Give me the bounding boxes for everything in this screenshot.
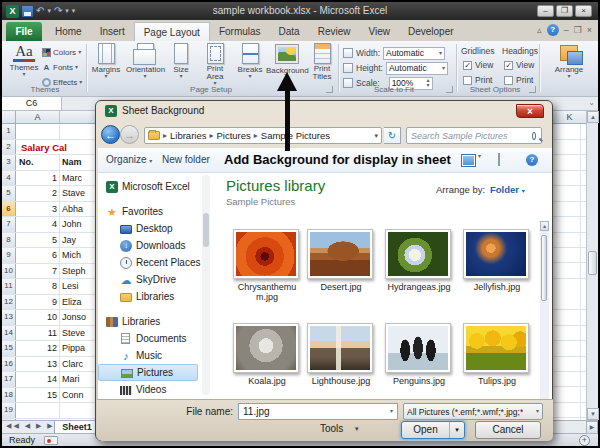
nav-item-libraries-favorite[interactable]: Libraries xyxy=(98,288,202,305)
tab-review[interactable]: Review xyxy=(309,22,360,41)
gridlines-view-checkbox[interactable]: ✓View xyxy=(463,60,493,70)
row-header[interactable]: 1 xyxy=(2,124,16,139)
tab-home[interactable]: Home xyxy=(46,22,91,41)
theme-colors-button[interactable]: Colors▾ xyxy=(42,45,88,59)
row-header[interactable]: 5 xyxy=(2,186,16,201)
zoom-in-icon[interactable]: + xyxy=(579,435,590,446)
dialog-help-icon[interactable]: ? xyxy=(526,154,538,166)
grid-cell[interactable]: 11 xyxy=(16,326,60,341)
row-header[interactable]: 12 xyxy=(2,295,16,310)
grid-cell[interactable]: Steve xyxy=(60,326,96,341)
tab-insert[interactable]: Insert xyxy=(91,22,134,41)
minimize-ribbon-icon[interactable]: ▵ xyxy=(537,25,542,35)
breadcrumb-sample-pictures[interactable]: Sample Pictures xyxy=(261,130,330,141)
file-type-combobox[interactable]: All Pictures (*.emf;*.wmf;*.jpg;* ▾ xyxy=(403,403,543,420)
row-header[interactable]: 18 xyxy=(2,388,16,403)
back-button[interactable]: ← xyxy=(101,125,120,144)
grid-cell[interactable]: John xyxy=(60,217,96,232)
grid-cell[interactable]: Marc xyxy=(60,171,96,186)
grid-cell[interactable]: Steph xyxy=(60,264,96,279)
workbook-restore-icon[interactable]: ❐ xyxy=(574,25,582,35)
grid-cell[interactable] xyxy=(16,124,60,139)
file-item-hydrangeas[interactable]: Hydrangeas.jpg xyxy=(385,229,453,292)
breadcrumb-dropdown-icon[interactable]: ▾ xyxy=(374,132,378,140)
close-button[interactable]: × xyxy=(575,5,592,17)
grid-cell[interactable]: Lesi xyxy=(60,279,96,294)
breadcrumb-libraries[interactable]: Libraries xyxy=(170,130,206,141)
tab-page-layout[interactable]: Page Layout xyxy=(134,22,210,41)
grid-cell[interactable]: 3 xyxy=(16,202,60,217)
tab-file[interactable]: File xyxy=(6,22,42,41)
workbook-close-icon[interactable]: × xyxy=(587,25,592,35)
grid-cell[interactable]: 7 xyxy=(16,264,60,279)
row-header[interactable]: 9 xyxy=(2,248,16,263)
files-scrollbar[interactable]: ▲ xyxy=(540,221,549,399)
row-header[interactable]: 19 xyxy=(2,403,16,418)
file-name-combobox[interactable]: 11.jpg ▾ xyxy=(238,403,398,420)
file-item-koala[interactable]: Koala.jpg xyxy=(233,323,301,386)
grid-cell[interactable]: 8 xyxy=(16,279,60,294)
file-item-chrysanthemum[interactable]: Chrysanthemum.jpg xyxy=(233,229,301,302)
files-scroll-thumb[interactable] xyxy=(541,235,547,301)
tools-button[interactable]: Tools xyxy=(320,423,343,434)
theme-fonts-button[interactable]: A Fonts▾ xyxy=(42,60,88,74)
tools-caret-icon[interactable]: ▾ xyxy=(355,425,359,433)
grid-cell[interactable]: 4 xyxy=(16,217,60,232)
grid-cell[interactable]: 1 xyxy=(16,171,60,186)
column-header-a[interactable]: A xyxy=(16,111,60,124)
vertical-scroll-thumb[interactable] xyxy=(588,251,597,275)
grid-cell[interactable] xyxy=(60,124,96,139)
file-item-tulips[interactable]: Tulips.jpg xyxy=(463,323,531,386)
grid-cell[interactable] xyxy=(16,403,60,418)
arrange-by-value[interactable]: Folder ▾ xyxy=(490,184,525,195)
row-header[interactable]: 14 xyxy=(2,326,16,341)
grid-cell[interactable]: 13 xyxy=(16,357,60,372)
grid-cell[interactable]: 14 xyxy=(16,372,60,387)
nav-item-music[interactable]: ♪Music xyxy=(98,347,202,364)
grid-cell[interactable]: Nam xyxy=(60,155,96,170)
width-combobox[interactable]: Automatic▾ xyxy=(383,47,445,60)
organize-button[interactable]: Organize ▾ xyxy=(106,154,152,165)
column-header-b[interactable] xyxy=(60,111,96,124)
grid-cell[interactable]: Abha xyxy=(60,202,96,217)
open-button[interactable]: Open ▾ xyxy=(401,421,465,439)
row-header[interactable]: 4 xyxy=(2,171,16,186)
nav-header-favorites[interactable]: ★Favorites xyxy=(98,203,202,220)
scroll-up-icon[interactable]: ▲ xyxy=(540,221,549,231)
row-header[interactable]: 13 xyxy=(2,310,16,325)
print-titles-button[interactable]: Print Titles xyxy=(308,43,336,81)
grid-cell[interactable]: Clarc xyxy=(60,357,96,372)
gridlines-print-checkbox[interactable]: Print xyxy=(463,75,492,85)
grid-cell[interactable]: Mich xyxy=(60,248,96,263)
size-button[interactable]: Size▾ xyxy=(166,43,196,79)
grid-cell[interactable] xyxy=(60,403,96,418)
nav-item-downloads[interactable]: ↓Downloads xyxy=(98,237,202,254)
margins-button[interactable]: Margins▾ xyxy=(88,43,124,79)
nav-item-recent-places[interactable]: Recent Places xyxy=(98,254,202,271)
grid-cell[interactable]: Mari xyxy=(60,372,96,387)
column-header-k[interactable]: K xyxy=(552,111,586,124)
row-header[interactable]: 10 xyxy=(2,264,16,279)
scale-dialog-launcher[interactable] xyxy=(446,86,453,93)
scroll-up-icon[interactable]: ▲ xyxy=(587,111,599,123)
tab-formulas[interactable]: Formulas xyxy=(210,22,270,41)
restore-button[interactable]: ❐ xyxy=(556,5,573,17)
vertical-scrollbar[interactable]: ▲ ▼ xyxy=(586,111,598,420)
arrange-button[interactable]: Arrange ▾ xyxy=(547,45,591,79)
height-combobox[interactable]: Automatic▾ xyxy=(386,62,448,75)
grid-cell[interactable]: 6 xyxy=(16,248,60,263)
scroll-down-icon[interactable]: ▼ xyxy=(587,408,599,420)
nav-header-libraries[interactable]: Libraries xyxy=(98,313,202,330)
cancel-button[interactable]: Cancel xyxy=(475,421,541,439)
orientation-button[interactable]: Orientation▾ xyxy=(126,43,164,79)
row-header[interactable]: 3 xyxy=(2,155,16,170)
help-icon[interactable]: ? xyxy=(547,24,559,36)
row-header[interactable]: 15 xyxy=(2,341,16,356)
nav-item-desktop[interactable]: Desktop xyxy=(98,220,202,237)
grid-cell[interactable]: No. xyxy=(16,155,60,170)
refresh-icon[interactable]: ↻ xyxy=(384,127,401,144)
grid-cell[interactable]: Conn xyxy=(60,388,96,403)
grid-cell[interactable]: Jonso xyxy=(60,310,96,325)
breaks-button[interactable]: Breaks▾ xyxy=(234,43,266,79)
row-header[interactable]: 11 xyxy=(2,279,16,294)
